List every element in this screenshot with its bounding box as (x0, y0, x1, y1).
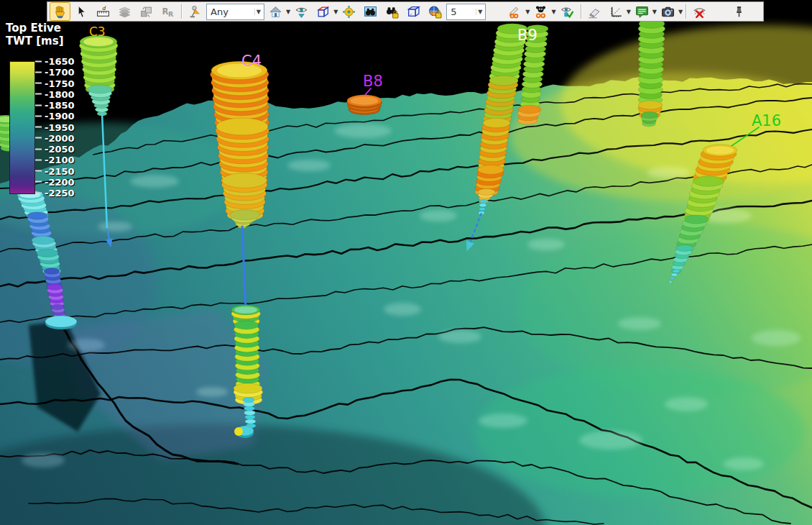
view-direction-button[interactable] (291, 2, 312, 21)
tick-label: -2250 (45, 188, 75, 198)
annotation-board-button[interactable] (632, 2, 652, 21)
slice-planes-icon (118, 5, 132, 19)
toolbar-separator (686, 4, 686, 19)
tick-label: -2100 (45, 155, 75, 165)
legend-tick: -2200 (35, 176, 75, 187)
svg-text:d: d (102, 5, 106, 12)
globe-lock-icon (428, 5, 442, 19)
bounding-box-button[interactable] (313, 2, 333, 21)
center-target-button[interactable] (338, 2, 359, 21)
toolbar-separator (581, 4, 581, 19)
chevron-down-icon[interactable]: ▼ (551, 9, 555, 15)
tick-label: -2200 (45, 176, 75, 187)
well-label-C4[interactable]: C4 (241, 52, 262, 70)
legend-tick: -1700 (35, 67, 75, 78)
well-label-B9[interactable]: B9 (517, 27, 538, 44)
pencil-targets-icon (508, 5, 522, 19)
observe-points-button[interactable] (530, 2, 551, 21)
tick-dash (35, 159, 42, 160)
pan-hand-button[interactable] (50, 2, 70, 21)
svg-text:R: R (168, 10, 174, 18)
select-arrow-icon (75, 5, 88, 19)
view-binoculars-button[interactable] (360, 2, 381, 21)
tick-label: -1800 (45, 88, 75, 99)
locked-binoculars-button[interactable] (382, 2, 402, 21)
chevron-down-icon[interactable]: ▼ (652, 9, 657, 15)
reference-labels-icon: R R (161, 5, 175, 19)
binoculars-icon (364, 5, 377, 19)
count-combo[interactable]: 5 ▼ (446, 4, 486, 20)
chevron-down-icon[interactable]: ▼ (254, 9, 262, 15)
tick-dash (35, 71, 42, 73)
chevron-down-icon[interactable]: ▼ (627, 9, 631, 15)
eye-down-icon (295, 5, 308, 19)
measure-distance-icon: d (96, 5, 110, 19)
eye-x-icon (693, 5, 706, 19)
binoculars-lock-icon (385, 5, 399, 19)
filter-type-combo[interactable]: Any ▼ (206, 4, 264, 20)
tick-dash (35, 148, 42, 150)
tick-label: -1700 (45, 67, 75, 78)
eraser-icon (588, 5, 601, 19)
well-path-design-button[interactable] (504, 2, 525, 21)
chevron-down-icon[interactable]: ▼ (476, 9, 484, 15)
annotation-icon (635, 5, 649, 19)
wire-cube-icon (407, 5, 420, 19)
legend-tick: -1800 (35, 88, 75, 99)
measure-distance-button[interactable]: d (93, 2, 114, 21)
tick-label: -1650 (45, 56, 75, 67)
legend-colorbar (9, 61, 35, 194)
snapshot-camera-button[interactable] (658, 2, 678, 21)
slice-planes-button[interactable] (114, 2, 135, 21)
camera-icon (661, 5, 675, 19)
visibility-check-button[interactable] (557, 2, 578, 21)
filter-type-value: Any (211, 6, 252, 17)
home-icon (269, 5, 282, 19)
inspector-lamp-icon (188, 5, 202, 19)
chevron-down-icon[interactable]: ▼ (333, 9, 338, 15)
tick-dash (35, 83, 42, 84)
chevron-down-icon[interactable]: ▼ (678, 9, 683, 15)
viewport-3d[interactable]: C3C4B8B9A16 (0, 0, 812, 525)
red-box-icon (316, 5, 330, 19)
tick-dash (35, 104, 42, 106)
view-toolbar: d R R (47, 1, 764, 22)
tick-label: -1850 (45, 100, 75, 111)
pin-toolbar-button[interactable] (729, 2, 749, 21)
eye-check-icon (560, 5, 574, 19)
chevron-down-icon[interactable]: ▼ (525, 9, 530, 15)
tick-dash (35, 181, 42, 183)
axes-icon (609, 5, 623, 19)
legend-tick: -2000 (35, 132, 75, 143)
tick-dash (35, 170, 42, 172)
legend-unit: TWT [ms] (6, 35, 99, 47)
well-label-A16[interactable]: A16 (752, 112, 781, 129)
pan-hand-icon (53, 5, 67, 19)
plot-axes-button[interactable] (606, 2, 627, 21)
tick-dash (35, 60, 42, 62)
toolbar-separator (181, 4, 182, 19)
select-arrow-button[interactable] (71, 2, 92, 21)
chevron-down-icon[interactable]: ▼ (286, 9, 290, 15)
wireframe-box-button[interactable] (403, 2, 424, 21)
tick-dash (35, 127, 42, 128)
well-top-right-well[interactable] (638, 19, 665, 127)
petrel-3d-window: { "toolbar": { "background": "#f1f0ee", … (0, 0, 812, 525)
reference-labels-button[interactable]: R R (157, 2, 178, 21)
tick-label: -1950 (45, 122, 75, 132)
tick-label: -1900 (45, 111, 75, 122)
inspector-lamp-button[interactable] (185, 2, 206, 21)
resize-panels-button[interactable] (136, 2, 157, 21)
tick-dash (35, 93, 42, 95)
hide-eye-button[interactable] (689, 2, 710, 21)
legend-tick: -1750 (35, 78, 75, 88)
eraser-button[interactable] (584, 2, 605, 21)
tick-label: -2050 (45, 144, 75, 155)
tick-dash (35, 115, 42, 117)
legend-title: Top Etive (6, 22, 99, 35)
pushpin-icon (732, 5, 746, 19)
locked-globe-button[interactable] (425, 2, 446, 21)
well-label-B8[interactable]: B8 (363, 73, 383, 90)
tick-label: -2000 (45, 132, 75, 143)
home-view-button[interactable] (265, 2, 286, 21)
